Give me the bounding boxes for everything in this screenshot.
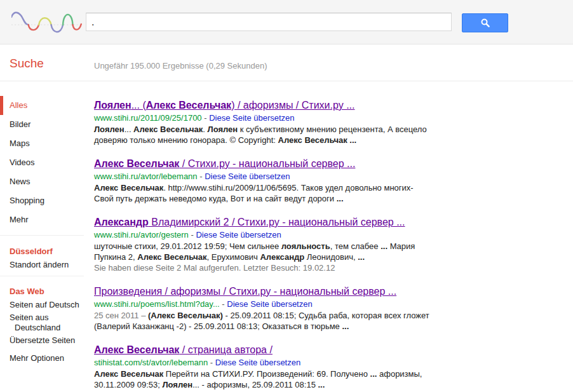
sidebar-item-maps[interactable]: Maps <box>0 134 94 153</box>
doodle-wave-logo[interactable] <box>11 10 86 37</box>
snippet-text: Лоялен <box>208 125 238 134</box>
web-option-seiten-auf-deutsch[interactable]: Seiten auf Deutsch <box>0 300 83 310</box>
snippet-text: Алекс Весельчак <box>133 125 203 134</box>
search-result: Александр Владимирский 2 / Стихи.ру - на… <box>94 216 429 273</box>
snippet-text: Алекс Весельчак <box>146 100 231 111</box>
search-filters-sidebar: AllesBilderMapsVideosNewsShoppingMehr Dü… <box>0 81 94 392</box>
snippet-text: , Ерухимович <box>207 252 260 262</box>
snippet-text: Алекс Весельчак <box>94 183 163 193</box>
snippet-text: ... <box>358 252 365 262</box>
result-url-line: www.stihi.ru/avtor/lebemann - Diese Seit… <box>94 171 429 182</box>
sidebar-item-bilder[interactable]: Bilder <box>0 115 94 134</box>
snippet-text: Перейти на СТИХИ.РУ. Произведений: 69. П… <box>163 369 370 379</box>
snippet-text: Алекс Весельчак <box>137 252 206 262</box>
location-label: Düsseldorf <box>10 247 94 256</box>
visited-note: Sie haben diese Seite 2 Mal aufgerufen. … <box>94 262 429 273</box>
sidebar-item-videos[interactable]: Videos <box>0 153 94 172</box>
result-title: Алекс Весельчак / страница автора / <box>94 344 429 356</box>
snippet-text: Лоялен <box>94 100 131 111</box>
result-url: www.stihi.ru/avtor/gestern <box>94 230 189 240</box>
snippet-text: Лоялен <box>94 125 125 134</box>
translate-page-link[interactable]: Diese Seite übersetzen <box>227 299 312 309</box>
sidebar-divider <box>0 235 84 236</box>
translate-page-link[interactable]: Diese Seite übersetzen <box>205 172 290 181</box>
snippet-text: Алекс Весельчак <box>94 369 163 379</box>
snippet-text: ... <box>370 369 377 379</box>
result-title: Лоялен... (Алекс Весельчак) / афоризмы /… <box>94 99 429 111</box>
search-input[interactable] <box>86 13 452 31</box>
result-url-line: www.stihi.ru/poems/list.html?day... - Di… <box>94 299 429 310</box>
result-snippet: Алекс Весельчак. http://www.stihi.ru/200… <box>94 182 429 204</box>
snippet-text: ... <box>349 135 356 145</box>
snippet-text: / страница автора / <box>179 344 273 355</box>
snippet-text: Александр <box>94 217 149 227</box>
url-separator: - <box>189 230 196 240</box>
snippet-text: ... ( <box>131 100 146 111</box>
snippet-text: лояльность <box>281 241 330 251</box>
translate-page-link[interactable]: Diese Seite übersetzen <box>196 230 281 240</box>
tab-suche[interactable]: Suche <box>10 57 44 71</box>
snippet-text: шуточные стихи, 29.01.2012 19:59; Чем си… <box>94 241 281 251</box>
translate-page-link[interactable]: Diese Seite übersetzen <box>215 358 300 367</box>
result-title-link[interactable]: Произведения / афоризмы / Стихи.ру - нац… <box>94 286 396 297</box>
translate-page-link[interactable]: Diese Seite übersetzen <box>209 113 294 123</box>
snippet-text: ... <box>342 321 349 331</box>
snippet-text: Произведения / афоризмы / Стихи.ру - нац… <box>94 286 396 297</box>
vertical-search-list: AllesBilderMapsVideosNewsShoppingMehr <box>0 96 94 229</box>
snippet-text: Алекс Весельчак <box>94 158 179 169</box>
url-separator: - <box>208 358 215 367</box>
result-title-link[interactable]: Алекс Весельчак / страница автора / <box>94 344 273 355</box>
result-title-link[interactable]: Алекс Весельчак / Стихи.ру - национальны… <box>94 158 355 169</box>
results-subheader: Suche Ungefähr 195.000 Ergebnisse (0,29 … <box>0 44 573 81</box>
web-option-uebersetzte-seiten[interactable]: Übersetzte Seiten <box>0 335 83 346</box>
snippet-text: ... <box>318 380 325 389</box>
result-snippet: шуточные стихи, 29.01.2012 19:59; Чем си… <box>94 241 429 262</box>
snippet-text: ... <box>125 125 133 134</box>
search-results: Лоялен... (Алекс Весельчак) / афоризмы /… <box>94 81 429 392</box>
search-result: Произведения / афоризмы / Стихи.ру - нац… <box>94 285 429 332</box>
url-separator: - <box>202 113 210 123</box>
result-url-line: stihistat.com/st/avtor/lebemann - Diese … <box>94 357 429 368</box>
snippet-text: Александр <box>260 252 304 262</box>
result-title-link[interactable]: Лоялен... (Алекс Весельчак) / афоризмы /… <box>94 100 354 111</box>
result-url: www.stihi.ru/2011/09/25/1700 <box>94 113 202 123</box>
result-snippet: Лоялен... Алекс Весельчак. Лоялен к субъ… <box>94 124 429 145</box>
snippet-text: ... <box>337 194 344 203</box>
web-option-seiten-aus-deutschland[interactable]: Seiten aus Deutschland <box>0 313 83 333</box>
search-button[interactable] <box>462 13 508 32</box>
search-header <box>0 0 573 44</box>
snippet-text: ... <box>381 241 388 251</box>
result-url-line: www.stihi.ru/2011/09/25/1700 - Diese Sei… <box>94 112 429 124</box>
result-title: Алекс Весельчак / Стихи.ру - национальны… <box>94 158 429 170</box>
sidebar-item-shopping[interactable]: Shopping <box>0 191 94 210</box>
result-url: www.stihi.ru/avtor/lebemann <box>94 172 198 181</box>
snippet-text: ... - афоризмы, 25.09.2011 08:15 <box>192 380 318 389</box>
result-title: Александр Владимирский 2 / Стихи.ру - на… <box>94 216 429 228</box>
snippet-text: , тем слабее <box>330 241 381 251</box>
change-location-link[interactable]: Standort ändern <box>10 260 94 269</box>
snippet-text: Алекс Весельчак <box>278 135 347 145</box>
snippet-text: / Стихи.ру - национальный сервер ... <box>179 158 355 169</box>
date-prefix: 25 сен 2011 – <box>94 311 148 320</box>
result-snippet: 25 сен 2011 – (Алекс Весельчак) - 25.09.… <box>94 310 429 332</box>
search-icon <box>481 18 490 27</box>
url-separator: - <box>220 299 227 309</box>
result-url: stihistat.com/st/avtor/lebemann <box>94 358 208 367</box>
result-title-link[interactable]: Александр Владимирский 2 / Стихи.ру - на… <box>94 217 405 227</box>
sidebar-item-alles[interactable]: Alles <box>0 96 94 115</box>
snippet-text: ) / афоризмы / Стихи.ру ... <box>231 100 354 111</box>
sidebar-divider <box>0 276 84 276</box>
result-stats: Ungefähr 195.000 Ergebnisse (0,29 Sekund… <box>94 61 267 71</box>
snippet-text: (Алекс Весельчак) <box>148 311 223 320</box>
doodle-wave-icon <box>11 10 86 37</box>
result-snippet: Алекс Весельчак Перейти на СТИХИ.РУ. Про… <box>94 368 429 390</box>
snippet-text: . <box>203 125 207 134</box>
result-url-line: www.stihi.ru/avtor/gestern - Diese Seite… <box>94 229 429 241</box>
sidebar-item-mehr[interactable]: Mehr <box>0 210 94 229</box>
web-filter-list: Seiten auf DeutschSeiten aus Deutschland… <box>0 300 94 346</box>
search-result: Лоялен... (Алекс Весельчак) / афоризмы /… <box>94 99 429 145</box>
snippet-text: Алекс Весельчак <box>94 344 179 355</box>
snippet-text: Леонидович, <box>304 252 358 262</box>
more-options-link[interactable]: Mehr Optionen <box>10 353 94 363</box>
sidebar-item-news[interactable]: News <box>0 172 94 191</box>
